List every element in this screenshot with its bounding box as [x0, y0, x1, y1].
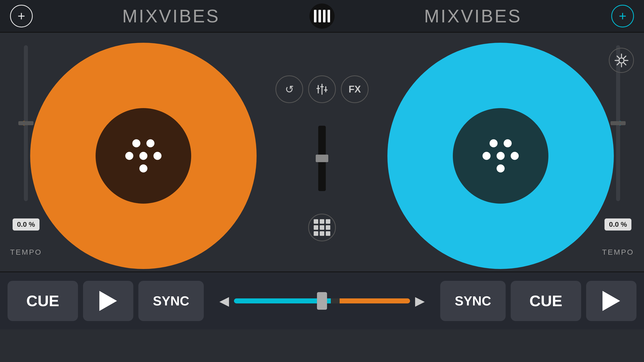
- tempo-value-left: 0.0 %: [13, 218, 40, 231]
- cue-right-label: CUE: [530, 292, 562, 310]
- vinyl-center-left: [96, 108, 191, 204]
- deck-left: 0.0 % TEMPO: [0, 40, 287, 272]
- vinyl-dots-right: [482, 139, 519, 172]
- loop-button[interactable]: ↺: [275, 75, 303, 103]
- vinyl-left[interactable]: [30, 43, 257, 269]
- bottom-bar: CUE SYNC ◀ ▶ SYNC CUE: [0, 272, 644, 329]
- brand-right: MIXVIBES: [424, 6, 522, 26]
- vinyl-right[interactable]: [387, 43, 614, 269]
- decks-row: 0.0 % TEMPO ↺: [0, 33, 644, 272]
- pitch-fader[interactable]: [318, 126, 326, 191]
- tempo-track-left[interactable]: [24, 45, 28, 201]
- grid-icon: [314, 219, 330, 236]
- settings-button[interactable]: [609, 48, 634, 73]
- crossfader-left-fill: [234, 298, 331, 303]
- tempo-label-left: TEMPO: [10, 248, 42, 256]
- mixer-button[interactable]: [309, 4, 335, 29]
- play-right-icon: [602, 291, 620, 311]
- crossfader-thumb[interactable]: [317, 292, 327, 310]
- play-right-button[interactable]: [586, 281, 636, 321]
- brand-left: MIXVIBES: [122, 6, 220, 26]
- add-left-button[interactable]: +: [10, 5, 33, 27]
- crossfader-right-arrow[interactable]: ▶: [415, 294, 425, 308]
- top-bar: + MIXVIBES MIXVIBES +: [0, 0, 644, 33]
- plus-left-icon: +: [18, 10, 25, 23]
- crossfader-track[interactable]: [234, 298, 410, 303]
- vinyl-center-right: [453, 108, 548, 204]
- crossfader-left-arrow[interactable]: ◀: [219, 294, 229, 308]
- deck-right: 0.0 % TEMPO: [357, 40, 644, 272]
- tempo-slider-right: 0.0 % TEMPO: [602, 40, 634, 272]
- main-area: 0.0 % TEMPO ↺: [0, 33, 644, 329]
- tempo-value-right: 0.0 %: [605, 218, 632, 231]
- bars-icon: [314, 10, 330, 22]
- svg-point-6: [619, 58, 624, 63]
- loop-icon: ↺: [285, 83, 294, 96]
- vinyl-dots-left: [125, 139, 162, 172]
- pitch-fader-thumb: [316, 155, 328, 162]
- sync-left-button[interactable]: SYNC: [138, 281, 204, 321]
- cue-left-button[interactable]: CUE: [8, 281, 78, 321]
- sync-right-button[interactable]: SYNC: [440, 281, 506, 321]
- play-left-button[interactable]: [83, 281, 133, 321]
- add-right-button[interactable]: +: [611, 5, 634, 27]
- tempo-label-right: TEMPO: [602, 248, 634, 256]
- tempo-thumb-left[interactable]: [18, 121, 33, 125]
- sync-right-label: SYNC: [455, 293, 491, 308]
- sync-left-label: SYNC: [153, 293, 189, 308]
- tempo-thumb-right[interactable]: [611, 121, 626, 125]
- crossfader-right-fill: [340, 298, 410, 303]
- control-buttons: ↺ FX: [275, 75, 369, 103]
- settings-icon: [615, 54, 628, 67]
- play-left-icon: [99, 291, 117, 311]
- cue-left-label: CUE: [26, 292, 59, 310]
- eq-button[interactable]: [308, 75, 336, 103]
- center-panel: ↺ FX: [287, 70, 357, 241]
- grid-button[interactable]: [308, 214, 336, 241]
- cue-right-button[interactable]: CUE: [511, 281, 581, 321]
- eq-icon: [316, 83, 328, 96]
- crossfader: ◀ ▶: [209, 294, 435, 308]
- plus-right-icon: +: [619, 10, 626, 23]
